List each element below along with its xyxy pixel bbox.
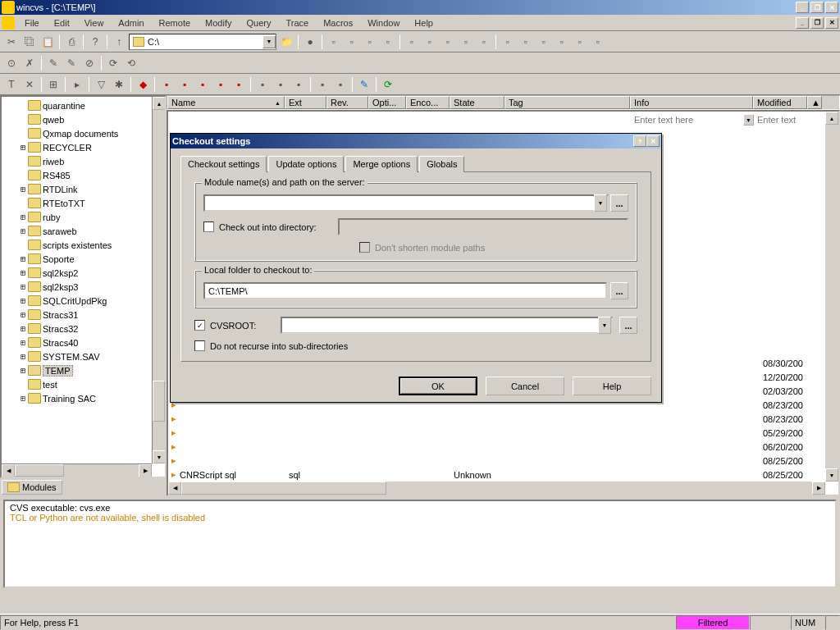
chevron-down-icon[interactable]: ▼ bbox=[262, 35, 276, 48]
tool-icon[interactable]: ▪ bbox=[254, 76, 271, 93]
filter-modified-input[interactable] bbox=[754, 113, 819, 126]
tool-icon[interactable]: ✗ bbox=[21, 55, 38, 71]
module-name-input[interactable] bbox=[203, 194, 609, 212]
expand-icon[interactable]: ⊞ bbox=[18, 338, 28, 347]
col-tag[interactable]: Tag bbox=[504, 96, 630, 109]
print-icon[interactable]: ⎙ bbox=[63, 34, 80, 50]
tool-icon[interactable]: ▪ bbox=[158, 76, 175, 93]
tool-icon[interactable]: ⊙ bbox=[3, 55, 20, 71]
col-rev[interactable]: Rev. bbox=[326, 96, 368, 109]
tab-globals[interactable]: Globals bbox=[419, 156, 464, 172]
checkout-into-dir-checkbox[interactable] bbox=[203, 221, 214, 232]
tool-icon[interactable]: ▫ bbox=[572, 34, 588, 50]
path-combo[interactable]: C:\ ▼ bbox=[129, 34, 276, 50]
menu-edit[interactable]: Edit bbox=[48, 16, 76, 30]
file-row[interactable]: ▸06/20/200 bbox=[168, 440, 825, 454]
chevron-down-icon[interactable]: ▼ bbox=[743, 114, 754, 126]
modules-tab[interactable]: Modules bbox=[2, 480, 62, 495]
tree-item[interactable]: ⊞Stracs32 bbox=[3, 322, 163, 336]
ok-button[interactable]: OK bbox=[399, 377, 477, 395]
tool-icon[interactable]: ⊞ bbox=[45, 76, 62, 93]
scrollbar-thumb[interactable] bbox=[153, 381, 165, 422]
tree-item[interactable]: riweb bbox=[3, 154, 163, 168]
tree-item[interactable]: ⊞Training SAC bbox=[3, 391, 163, 405]
menu-window[interactable]: Window bbox=[361, 16, 406, 30]
tree-item[interactable]: ⊞TEMP bbox=[3, 363, 163, 377]
help-icon[interactable]: ? bbox=[87, 34, 103, 50]
cancel-button[interactable]: Cancel bbox=[486, 377, 564, 395]
tool-icon[interactable]: ✱ bbox=[111, 76, 127, 93]
tree-item[interactable]: ⊞RTDLink bbox=[3, 182, 163, 196]
tool-icon[interactable]: ◆ bbox=[135, 76, 151, 93]
col-info[interactable]: Info bbox=[630, 96, 753, 109]
menu-query[interactable]: Query bbox=[240, 16, 277, 30]
scroll-left-icon[interactable]: ◀ bbox=[168, 482, 181, 495]
tool-icon[interactable]: ▫ bbox=[326, 34, 342, 50]
col-opti[interactable]: Opti... bbox=[368, 96, 406, 109]
expand-icon[interactable]: ⊞ bbox=[18, 268, 28, 277]
filter-icon[interactable]: ▽ bbox=[93, 76, 109, 93]
col-enco[interactable]: Enco... bbox=[406, 96, 450, 109]
expand-icon[interactable]: ⊞ bbox=[18, 310, 28, 319]
cut-icon[interactable]: ✂ bbox=[3, 34, 20, 50]
col-state[interactable]: State bbox=[450, 96, 504, 109]
col-modified[interactable]: Modified bbox=[753, 96, 807, 109]
tool-icon[interactable]: ✎ bbox=[45, 55, 62, 71]
up-folder-icon[interactable]: ↑ bbox=[111, 34, 127, 50]
file-row[interactable]: ▸08/25/200 bbox=[168, 454, 825, 468]
tool-icon[interactable]: ▫ bbox=[590, 34, 606, 50]
cvsroot-checkbox[interactable]: ✓ bbox=[194, 320, 205, 331]
expand-icon[interactable]: ⊞ bbox=[18, 254, 28, 263]
menu-admin[interactable]: Admin bbox=[112, 16, 150, 30]
tool-icon[interactable]: ▫ bbox=[500, 34, 516, 50]
tab-checkout-settings[interactable]: Checkout settings bbox=[180, 156, 267, 172]
scrollbar-thumb[interactable] bbox=[181, 482, 386, 495]
minimize-button[interactable]: _ bbox=[796, 2, 809, 13]
tool-icon[interactable]: ▪ bbox=[314, 76, 331, 93]
local-folder-input[interactable] bbox=[203, 282, 607, 299]
tool-icon[interactable]: ▪ bbox=[231, 76, 247, 93]
mdi-minimize-button[interactable]: _ bbox=[796, 17, 809, 29]
tool-icon[interactable]: ▫ bbox=[344, 34, 360, 50]
dialog-help-button[interactable]: ? bbox=[633, 135, 646, 147]
scroll-down-icon[interactable]: ▼ bbox=[825, 468, 838, 482]
tree-item[interactable]: qweb bbox=[3, 112, 163, 126]
tool-icon[interactable]: ▪ bbox=[272, 76, 289, 93]
tool-icon[interactable]: T bbox=[3, 76, 20, 93]
col-ext[interactable]: Ext bbox=[285, 96, 326, 109]
expand-icon[interactable]: ⊞ bbox=[18, 324, 28, 333]
menu-macros[interactable]: Macros bbox=[317, 16, 359, 30]
tool-icon[interactable]: ⟲ bbox=[123, 55, 139, 71]
tool-icon[interactable]: ▪ bbox=[212, 76, 229, 93]
expand-icon[interactable]: ⊞ bbox=[18, 143, 28, 152]
tool-icon[interactable]: ▪ bbox=[194, 76, 211, 93]
tool-icon[interactable]: ⟳ bbox=[105, 55, 121, 71]
tool-icon[interactable]: ▫ bbox=[404, 34, 420, 50]
no-recurse-checkbox[interactable] bbox=[194, 340, 205, 351]
menu-file[interactable]: File bbox=[18, 16, 46, 30]
tree-item[interactable]: RS485 bbox=[3, 168, 163, 182]
tool-icon[interactable]: ▪ bbox=[176, 76, 193, 93]
dialog-close-button[interactable]: ✕ bbox=[646, 135, 660, 147]
tool-icon[interactable]: ▪ bbox=[332, 76, 349, 93]
scroll-right-icon[interactable]: ▶ bbox=[139, 464, 152, 477]
chevron-down-icon[interactable]: ▼ bbox=[598, 317, 611, 334]
menu-view[interactable]: View bbox=[78, 16, 111, 30]
tool-icon[interactable]: ▫ bbox=[440, 34, 456, 50]
tree-item[interactable]: Qxmap documents bbox=[3, 126, 163, 140]
explore-icon[interactable]: 📁 bbox=[278, 34, 294, 50]
folder-tree[interactable]: quarantineqwebQxmap documents⊞RECYCLERri… bbox=[0, 95, 167, 478]
tree-item[interactable]: ⊞SQLCritUpdPkg bbox=[3, 294, 163, 308]
scroll-right-icon[interactable]: ▶ bbox=[812, 482, 825, 495]
scrollbar-thumb[interactable] bbox=[15, 464, 64, 477]
tree-item[interactable]: ⊞saraweb bbox=[3, 224, 163, 238]
filter-info-input[interactable] bbox=[631, 113, 743, 126]
tool-icon[interactable]: ✎ bbox=[356, 76, 372, 93]
scroll-down-icon[interactable]: ▼ bbox=[153, 450, 166, 463]
expand-icon[interactable]: ⊞ bbox=[18, 366, 28, 375]
tab-merge-options[interactable]: Merge options bbox=[345, 156, 418, 172]
expand-icon[interactable]: ⊞ bbox=[18, 185, 28, 194]
browse-folder-button[interactable]: ... bbox=[610, 282, 628, 299]
col-scroll[interactable]: ▲ bbox=[807, 96, 822, 109]
close-button[interactable]: ✕ bbox=[825, 2, 838, 13]
